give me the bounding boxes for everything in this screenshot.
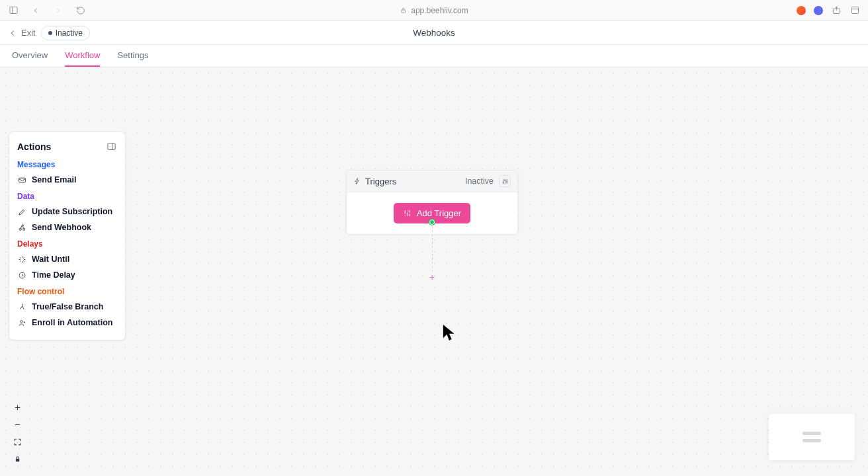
lock-view-button[interactable] xyxy=(12,454,22,464)
minimap[interactable] xyxy=(769,414,855,460)
section-flow: Flow control xyxy=(17,287,117,296)
workflow-canvas[interactable]: Actions Messages Send Email Data Update … xyxy=(0,67,868,476)
trigger-title: Triggers xyxy=(365,177,396,186)
svg-rect-6 xyxy=(108,143,115,150)
add-step-button[interactable]: + xyxy=(427,272,437,282)
nav-back-icon[interactable] xyxy=(30,5,41,16)
bolt-icon xyxy=(353,177,361,185)
svg-point-12 xyxy=(20,320,22,322)
extension-2-icon[interactable] xyxy=(814,6,823,15)
share-icon[interactable] xyxy=(831,5,842,16)
webhook-icon xyxy=(17,223,26,232)
arrow-left-icon xyxy=(8,28,17,38)
tab-overview[interactable]: Overview xyxy=(12,45,48,67)
url-text: app.beehiiv.com xyxy=(411,6,468,15)
tab-workflow[interactable]: Workflow xyxy=(65,45,100,67)
status-pill[interactable]: Inactive xyxy=(41,26,90,40)
trigger-status: Inactive xyxy=(465,177,494,186)
minimap-node-icon xyxy=(803,432,821,435)
user-plus-icon xyxy=(17,318,26,327)
branch-icon xyxy=(17,302,26,311)
action-update-subscription[interactable]: Update Subscription xyxy=(17,204,117,219)
fit-view-button[interactable] xyxy=(12,436,22,447)
reload-icon[interactable] xyxy=(75,5,86,16)
svg-point-13 xyxy=(502,182,503,183)
section-delays: Delays xyxy=(17,239,117,249)
extension-1-icon[interactable] xyxy=(797,6,806,15)
cursor-icon xyxy=(442,323,456,342)
nav-forward-icon xyxy=(53,5,64,16)
zoom-in-button[interactable] xyxy=(12,402,22,413)
svg-point-15 xyxy=(506,180,507,182)
svg-rect-16 xyxy=(15,458,19,461)
pencil-icon xyxy=(17,207,26,216)
actions-panel: Actions Messages Send Email Data Update … xyxy=(9,132,125,340)
action-time-delay[interactable]: Time Delay xyxy=(17,267,117,283)
zoom-controls xyxy=(12,402,22,464)
svg-rect-0 xyxy=(9,7,17,14)
action-branch[interactable]: True/False Branch xyxy=(17,299,117,315)
svg-rect-2 xyxy=(402,10,406,13)
lock-icon xyxy=(400,7,407,14)
zoom-out-button[interactable] xyxy=(12,419,22,430)
svg-point-14 xyxy=(504,179,505,180)
tabs: Overview Workflow Settings xyxy=(0,45,868,67)
clock-icon xyxy=(17,270,26,280)
action-send-webhook[interactable]: Send Webhook xyxy=(17,219,117,235)
exit-button[interactable]: Exit xyxy=(8,28,36,38)
status-text: Inactive xyxy=(56,28,83,38)
section-data: Data xyxy=(17,192,117,201)
page-title: Webhooks xyxy=(413,28,455,38)
trigger-card-header: Triggers Inactive xyxy=(347,171,517,192)
tab-settings[interactable]: Settings xyxy=(117,45,148,67)
action-wait-until[interactable]: Wait Until xyxy=(17,251,117,267)
actions-title: Actions xyxy=(17,141,51,152)
connector-line xyxy=(432,226,433,274)
action-enroll-automation[interactable]: Enroll in Automation xyxy=(17,315,117,331)
connector-dot[interactable] xyxy=(429,219,435,225)
trigger-card[interactable]: Triggers Inactive Add Trigger xyxy=(346,170,518,235)
exit-label: Exit xyxy=(21,28,36,38)
url-bar[interactable]: app.beehiiv.com xyxy=(400,6,468,15)
minimap-node-icon xyxy=(803,439,821,442)
tabs-icon[interactable] xyxy=(849,5,860,16)
sparkle-icon xyxy=(17,255,26,264)
mail-icon xyxy=(17,175,26,184)
collapse-panel-button[interactable] xyxy=(107,141,117,152)
app-header: Exit Inactive Webhooks xyxy=(0,21,868,45)
status-dot-icon xyxy=(48,31,52,35)
svg-rect-4 xyxy=(851,7,858,14)
sidebar-toggle-icon[interactable] xyxy=(8,5,19,16)
action-send-email[interactable]: Send Email xyxy=(17,172,117,188)
section-messages: Messages xyxy=(17,160,117,169)
browser-chrome: app.beehiiv.com xyxy=(0,0,868,21)
trigger-settings-button[interactable] xyxy=(499,175,511,187)
sliders-small-icon xyxy=(403,209,412,218)
sliders-icon xyxy=(501,178,509,185)
svg-rect-8 xyxy=(19,178,25,182)
